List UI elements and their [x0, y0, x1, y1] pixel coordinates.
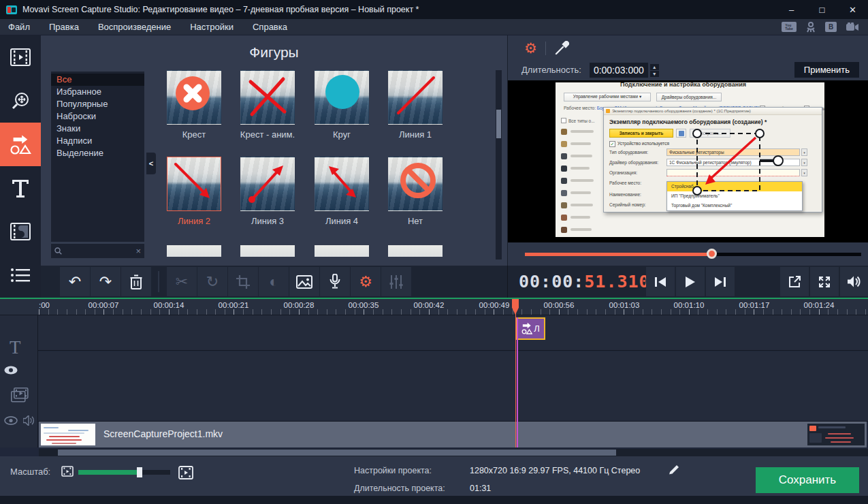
category-all[interactable]: Все — [51, 74, 144, 86]
timeline-zoom-slider[interactable] — [78, 470, 170, 475]
preview-heading: Подключение и настройка оборудования — [620, 82, 746, 88]
record-voice-button[interactable] — [320, 267, 350, 296]
shape-tile-none[interactable]: Нет — [387, 157, 443, 226]
crop-button[interactable] — [228, 267, 258, 296]
timeline-ruler[interactable]: :00 00:00:07 00:00:14 00:00:21 00:00:28 … — [0, 299, 868, 315]
ruler-label: 00:00:35 — [349, 301, 379, 309]
insert-image-button[interactable] — [289, 267, 319, 296]
shape-tile-line3[interactable]: Линия 3 — [240, 157, 295, 226]
edit-settings-pencil-icon[interactable] — [667, 463, 681, 477]
video-track[interactable] — [38, 351, 868, 422]
sidebar-item-transitions[interactable] — [0, 210, 41, 253]
shape-label: Круг — [314, 129, 370, 140]
shape-tile-partial[interactable] — [240, 245, 295, 257]
title-bar: Movavi Screen Capture Studio: Редактиров… — [0, 0, 868, 19]
seek-slider[interactable] — [525, 253, 861, 256]
skip-forward-button[interactable] — [706, 267, 735, 296]
fullscreen-button[interactable] — [810, 267, 839, 296]
sidebar-item-titles[interactable] — [0, 166, 41, 210]
device-icon — [561, 202, 567, 208]
rotate-button[interactable]: ↻ — [197, 267, 227, 296]
category-sketches[interactable]: Наброски — [51, 110, 144, 123]
category-highlight[interactable]: Выделение — [51, 147, 144, 159]
shape-tile-partial[interactable] — [388, 245, 443, 257]
shape-tile-partial[interactable] — [167, 245, 221, 257]
sidebar-item-list[interactable] — [0, 253, 41, 297]
maximize-button[interactable]: □ — [807, 0, 837, 19]
titles-track[interactable] — [38, 315, 868, 351]
shape-tile-cross-anim[interactable]: Крест - аним. — [240, 70, 295, 140]
camera-icon[interactable] — [846, 22, 858, 32]
eyedropper-icon[interactable] — [554, 41, 569, 56]
shapes-scrollbar-thumb[interactable] — [496, 110, 501, 138]
menu-help[interactable]: Справка — [243, 19, 297, 35]
seek-fill — [525, 253, 712, 256]
audio-levels-button[interactable] — [381, 267, 411, 296]
skip-back-button[interactable] — [646, 267, 675, 296]
zoom-slider-thumb[interactable] — [137, 467, 142, 477]
zoom-out-film-icon[interactable] — [61, 466, 74, 477]
search-clear-icon[interactable]: × — [135, 246, 141, 256]
detach-player-button[interactable] — [780, 267, 809, 296]
sidebar-item-shapes[interactable] — [0, 123, 41, 166]
play-button[interactable] — [676, 267, 705, 296]
video-clip[interactable]: ScreenCaptureProject1.mkv — [39, 422, 867, 447]
category-captions[interactable]: Надписи — [51, 135, 144, 147]
duration-input[interactable]: 0:00:03:000 — [590, 63, 648, 78]
duration-spin-down[interactable]: ▼ — [650, 71, 659, 77]
youtube-icon[interactable]: YouTube — [782, 22, 797, 32]
vk-icon[interactable]: B — [825, 22, 837, 32]
zoom-slider-fill — [78, 470, 137, 475]
delete-button[interactable] — [121, 267, 151, 296]
equalizer-icon — [389, 275, 403, 289]
undo-button[interactable]: ↶ — [60, 267, 90, 296]
shape-settings-gear-icon[interactable]: ⚙ — [524, 41, 537, 55]
ruler-label: 00:00:14 — [154, 301, 184, 309]
timeline-scrollbar-thumb[interactable] — [58, 450, 616, 456]
timeline-scrollbar[interactable] — [39, 449, 868, 456]
duration-spin-up[interactable]: ▲ — [650, 64, 659, 70]
menu-playback[interactable]: Воспроизведение — [89, 19, 180, 35]
shape-tile-line2-selected[interactable]: Линия 2 — [166, 157, 222, 226]
shape-tile-line1[interactable]: Линия 1 — [387, 70, 443, 140]
minimize-button[interactable]: – — [776, 0, 807, 19]
split-button[interactable]: ✂ — [167, 267, 197, 296]
odnoklassniki-icon[interactable] — [806, 22, 816, 33]
apply-button[interactable]: Применить — [794, 62, 859, 78]
sidebar-item-zoom-pan[interactable] — [0, 79, 41, 123]
zoom-in-film-icon[interactable] — [178, 466, 193, 479]
menu-settings[interactable]: Настройки — [180, 19, 243, 35]
eye-icon[interactable] — [4, 366, 18, 375]
external-window-icon — [788, 276, 801, 288]
menu-edit[interactable]: Правка — [39, 19, 89, 35]
shape-tile-line4[interactable]: Линия 4 — [314, 157, 370, 226]
field-value: Фискальные регистраторы — [666, 148, 800, 156]
crop-icon — [236, 275, 250, 289]
shape-tile-cross[interactable]: Крест — [166, 70, 222, 140]
save-button[interactable]: Сохранить — [756, 467, 859, 493]
seek-thumb[interactable] — [707, 249, 717, 259]
track-headers: T — [0, 315, 38, 447]
playhead-line[interactable] — [515, 299, 516, 447]
eye-icon[interactable] — [4, 416, 18, 425]
shape-clip[interactable]: Л — [516, 317, 545, 340]
app-window: Movavi Screen Capture Studio: Редактиров… — [0, 0, 868, 504]
category-favorites[interactable]: Избранное — [51, 86, 144, 98]
category-signs[interactable]: Знаки — [51, 123, 144, 135]
shape-tile-partial[interactable] — [315, 245, 369, 257]
sidebar-item-media[interactable] — [0, 35, 41, 79]
clip-properties-button[interactable]: ⚙ — [351, 267, 381, 296]
category-popular[interactable]: Популярные — [51, 98, 144, 110]
menu-file[interactable]: Файл — [0, 19, 39, 35]
shapes-scrollbar[interactable] — [496, 70, 502, 259]
current-time-display: 00:00:51.310 — [519, 272, 650, 292]
collapse-panel-chevron[interactable]: < — [146, 153, 156, 174]
shape-tile-circle[interactable]: Круг — [314, 70, 370, 140]
color-adjust-button[interactable]: ◐ — [259, 267, 289, 296]
video-preview: Подключение и настройка оборудования Упр… — [508, 80, 868, 243]
close-button[interactable]: ✕ — [837, 0, 868, 19]
search-input[interactable] — [62, 247, 135, 255]
mute-track-icon[interactable] — [23, 415, 35, 426]
redo-button[interactable]: ↷ — [91, 267, 120, 296]
volume-button[interactable] — [840, 267, 868, 296]
